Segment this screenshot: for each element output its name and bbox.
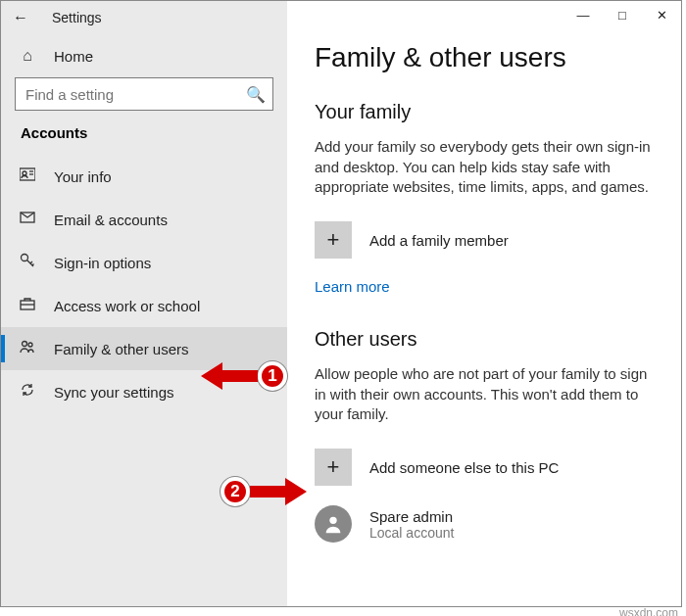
person-card-icon [19,166,36,186]
home-icon: ⌂ [19,47,36,65]
nav-email-accounts[interactable]: Email & accounts [1,198,287,241]
search-icon[interactable]: 🔍 [239,85,272,104]
nav-signin-options[interactable]: Sign-in options [1,241,287,284]
page-heading: Family & other users [315,42,654,73]
search-input[interactable] [16,86,239,103]
learn-more-link[interactable]: Learn more [315,278,390,295]
avatar-icon [315,505,352,543]
search-input-container[interactable]: 🔍 [15,77,273,111]
add-family-label: Add a family member [369,232,509,249]
user-row[interactable]: Spare admin Local account [315,505,654,543]
nav-label: Email & accounts [54,212,168,228]
people-icon [19,339,36,358]
maximize-button[interactable]: □ [603,1,642,30]
user-name: Spare admin [369,508,454,525]
mail-icon [19,210,36,229]
svg-point-5 [22,255,28,261]
nav-label: Sign-in options [54,255,151,271]
add-other-user[interactable]: + Add someone else to this PC [315,449,654,486]
svg-point-10 [329,517,336,524]
home-nav[interactable]: ⌂ Home [1,34,287,77]
key-icon [19,253,36,272]
user-role: Local account [369,525,454,541]
briefcase-icon [19,296,36,315]
plus-icon: + [315,221,352,259]
sync-icon [19,382,36,402]
svg-point-1 [23,171,26,175]
nav-label: Family & other users [54,341,189,357]
home-label: Home [54,48,93,65]
minimize-button[interactable]: — [564,1,603,30]
add-other-label: Add someone else to this PC [369,459,559,476]
family-title: Your family [315,101,654,123]
plus-icon: + [315,449,352,486]
family-description: Add your family so everybody gets their … [315,137,654,198]
nav-label: Sync your settings [54,384,174,401]
other-description: Allow people who are not part of your fa… [315,364,654,425]
section-title: Accounts [1,124,287,155]
close-button[interactable]: ✕ [642,1,681,30]
nav-label: Access work or school [54,298,200,314]
nav-your-info[interactable]: Your info [1,155,287,198]
other-title: Other users [315,328,654,351]
back-button[interactable]: ← [5,2,36,33]
svg-point-8 [23,342,27,347]
watermark: wsxdn.com [619,606,678,616]
add-family-member[interactable]: + Add a family member [315,221,654,259]
nav-work-school[interactable]: Access work or school [1,284,287,327]
nav-sync[interactable]: Sync your settings [1,370,287,413]
nav-family-other[interactable]: Family & other users [1,327,287,370]
svg-point-9 [28,343,32,347]
window-title: Settings [52,10,102,25]
nav-label: Your info [54,168,112,185]
